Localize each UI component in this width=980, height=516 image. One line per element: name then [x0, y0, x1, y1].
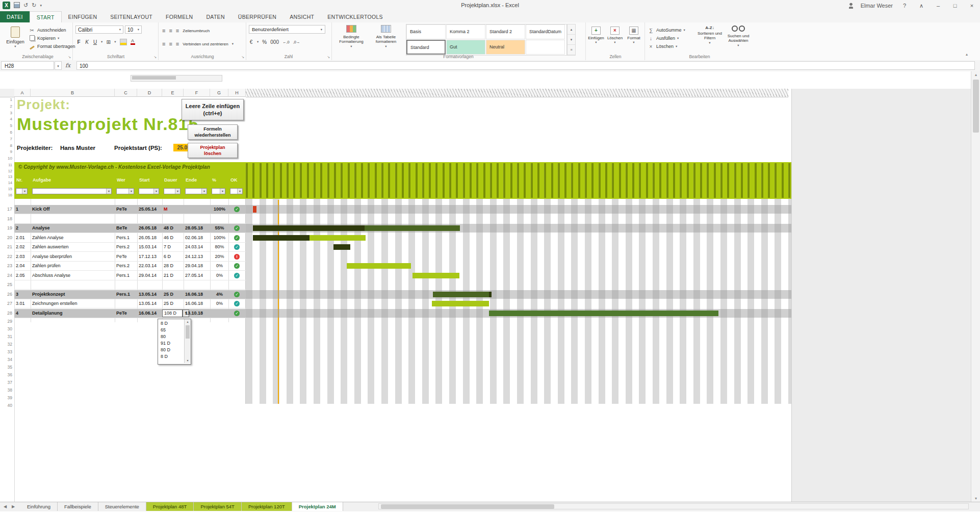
cell-pct[interactable]: 4% — [212, 290, 227, 299]
help-button[interactable]: ? — [899, 3, 910, 9]
decrease-decimal-icon[interactable]: ,0→ — [293, 40, 300, 44]
cell-who[interactable]: Pers.1 — [116, 290, 136, 299]
cell-who[interactable]: PeTe — [116, 205, 136, 214]
dialog-launcher-icon[interactable]: ↘ — [327, 55, 330, 59]
filter-dropdown[interactable]: ▾ — [16, 188, 28, 194]
merge-center-button[interactable]: Verbinden und zentrieren — [183, 42, 228, 46]
format-cells-button[interactable]: ▦ Format▾ — [625, 25, 642, 52]
cell-who[interactable]: PeTe — [116, 252, 136, 261]
row-number[interactable]: 39 — [0, 394, 12, 401]
row-number[interactable]: 13 — [0, 174, 12, 179]
cell-name[interactable]: Zeichnungen erstellen — [32, 299, 114, 308]
ribbon-tab-ansicht[interactable]: ANSICHT — [283, 11, 321, 22]
cell-dur[interactable]: 25 D — [164, 290, 183, 299]
style-standard-2[interactable]: Standard 2 — [486, 24, 525, 39]
row-number[interactable]: 9 — [0, 149, 12, 155]
borders-icon[interactable]: ⊞ — [106, 39, 111, 45]
undo-icon[interactable]: ↺ — [23, 2, 28, 9]
dropdown-item[interactable]: 80 D — [158, 347, 184, 353]
increase-decimal-icon[interactable]: ←,0 — [282, 40, 290, 44]
percent-icon[interactable]: % — [262, 39, 267, 45]
row-number[interactable]: 40 — [0, 402, 12, 409]
column-header[interactable]: B — [31, 89, 115, 97]
align-middle-icon[interactable]: ≡ — [169, 28, 172, 34]
cell-nr[interactable]: 2.03 — [16, 252, 30, 261]
column-header[interactable]: C — [115, 89, 137, 97]
cell-dur[interactable]: 28 D — [164, 262, 183, 270]
cell-pct[interactable]: 100% — [212, 234, 227, 242]
cell-nr[interactable]: 3 — [16, 290, 30, 299]
cell-end[interactable]: 24.12.13 — [185, 252, 209, 261]
row-number[interactable]: 20 — [0, 234, 12, 242]
row-number[interactable]: 14 — [0, 180, 12, 186]
sort-filter-button[interactable]: A-Z↓ Sortieren und Filtern ▾ — [697, 23, 723, 54]
row-number[interactable]: 37 — [0, 379, 12, 386]
fill-color-icon[interactable] — [120, 39, 127, 45]
cell-name[interactable]: Zahlen Analyse — [32, 234, 114, 242]
align-center-icon[interactable]: ≡ — [169, 41, 172, 47]
find-select-button[interactable]: Suchen und Auswählen ▾ — [725, 23, 752, 54]
dropdown-scrollbar[interactable]: ▴▾ — [184, 319, 191, 363]
ribbon-tab-seitenlayout[interactable]: SEITENLAYOUT — [104, 11, 159, 22]
ribbon-tab-formeln[interactable]: FORMELN — [159, 11, 199, 22]
ribbon-tab-überprüfen[interactable]: ÜBERPRÜFEN — [231, 11, 283, 22]
cell-name[interactable]: Analyse überprüfen — [32, 252, 114, 261]
dropdown-item[interactable]: 65 — [158, 327, 184, 333]
style-neutral[interactable]: Neutral — [486, 40, 525, 55]
row-number[interactable]: 35 — [0, 364, 12, 371]
cell-dur[interactable]: 21 D — [164, 271, 183, 280]
row-number[interactable]: 33 — [0, 348, 12, 355]
filter-dropdown[interactable]: ▾ — [230, 188, 243, 194]
row-number[interactable]: 19 — [0, 224, 12, 233]
cell-pct[interactable]: 0% — [212, 299, 227, 308]
clear-button[interactable]: ×Löschen▾ — [648, 43, 677, 50]
row-number[interactable]: 2 — [0, 104, 12, 110]
row-number[interactable]: 26 — [0, 290, 12, 299]
cell-dur[interactable]: 7 D — [164, 243, 183, 251]
sheet-tab-projektplan-48t[interactable]: Projektplan 48T — [146, 502, 194, 511]
cell-pct[interactable]: 0% — [212, 262, 227, 270]
scroll-thumb[interactable] — [186, 325, 190, 339]
cell-end[interactable]: 29.04.18 — [185, 262, 209, 270]
row-number[interactable]: 29 — [0, 318, 12, 325]
sheet-nav-left-icon[interactable]: ◀ — [1, 502, 9, 511]
sheet-tab-projektplan-120t[interactable]: Projektplan 120T — [242, 502, 292, 511]
vertical-scrollbar[interactable]: ▴ ▾ — [971, 71, 980, 502]
style-gut[interactable]: Gut — [446, 40, 485, 55]
column-header[interactable]: H — [228, 89, 246, 97]
row-number[interactable]: 8 — [0, 143, 12, 149]
cell-end[interactable]: 13.10.18 — [185, 309, 209, 318]
copy-button[interactable]: Kopieren▾ — [29, 35, 59, 42]
scroll-thumb[interactable] — [381, 504, 554, 509]
cell-end[interactable]: 02.06.18 — [185, 234, 209, 242]
cell-nr[interactable]: 2.02 — [16, 243, 30, 251]
cell-pct[interactable] — [212, 309, 227, 318]
row-number[interactable]: 10 — [0, 156, 12, 162]
dropdown-item[interactable]: 91 D — [158, 340, 184, 347]
cell-end[interactable]: 16.06.18 — [185, 299, 209, 308]
style-empty[interactable] — [526, 40, 565, 55]
cell-nr[interactable]: 2 — [16, 224, 30, 233]
italic-button[interactable]: K — [85, 39, 89, 45]
align-right-icon[interactable]: ≡ — [176, 41, 179, 47]
cell-end[interactable] — [185, 205, 209, 214]
row-number[interactable]: 34 — [0, 356, 12, 363]
cell-nr[interactable]: 2.01 — [16, 234, 30, 242]
row-number[interactable]: 27 — [0, 299, 12, 308]
row-number[interactable]: 16 — [0, 192, 12, 198]
font-size-select[interactable]: 10▾ — [125, 25, 142, 34]
dialog-launcher-icon[interactable]: ↘ — [241, 55, 244, 59]
sheet-tab-projektplan-54t[interactable]: Projektplan 54T — [194, 502, 242, 511]
fill-button[interactable]: ↓Ausfüllen▾ — [648, 35, 679, 42]
cell-name[interactable]: Kick Off — [32, 205, 114, 214]
column-header[interactable]: F — [184, 89, 210, 97]
thousands-separator-icon[interactable]: 000 — [270, 39, 279, 45]
cell-who[interactable]: Pers.1 — [116, 271, 136, 280]
cell-name[interactable]: Zahlen auswerten — [32, 243, 114, 251]
sheet-tab-fallbeispiele[interactable]: Fallbeispiele — [58, 502, 98, 511]
row-number[interactable]: 28 — [0, 309, 12, 318]
cell-start[interactable]: 17.12.13 — [139, 252, 161, 261]
style-komma-2[interactable]: Komma 2 — [446, 24, 485, 39]
column-header[interactable]: G — [210, 89, 228, 97]
cell-pct[interactable]: 0% — [212, 271, 227, 280]
